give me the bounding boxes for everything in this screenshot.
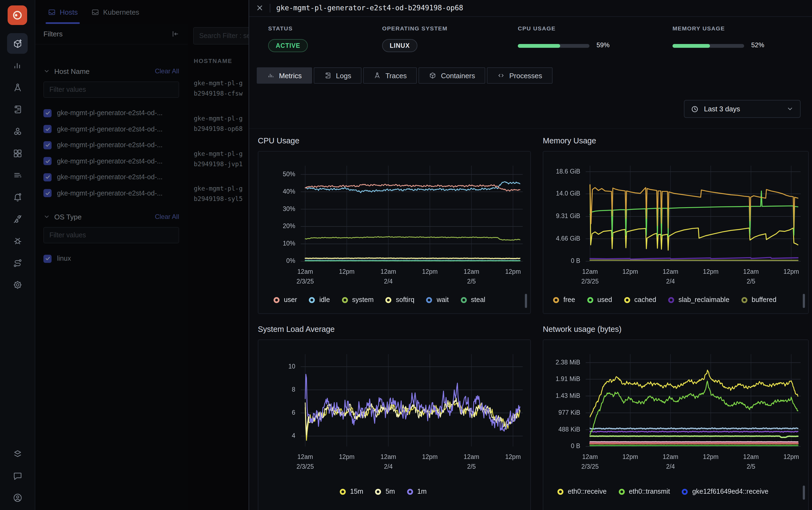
rail-item-scroll[interactable] bbox=[7, 99, 28, 119]
legend-label: gke12f61649ed4::receive bbox=[692, 488, 769, 495]
scroll-icon bbox=[324, 72, 332, 79]
legend-swatch bbox=[682, 488, 688, 494]
legend-label: user bbox=[284, 296, 297, 304]
legend-scrollbar[interactable] bbox=[525, 294, 527, 308]
legend-swatch bbox=[407, 488, 413, 494]
drawer-tab-containers[interactable]: Containers bbox=[419, 67, 485, 84]
rail-item-package-plus[interactable] bbox=[7, 33, 28, 54]
legend-item-eth0-transmit[interactable]: eth0::transmit bbox=[619, 488, 670, 495]
rail-item-plug[interactable] bbox=[7, 208, 28, 229]
rail-item-user[interactable] bbox=[7, 487, 28, 508]
legend-swatch bbox=[742, 297, 747, 303]
list-icon bbox=[12, 170, 23, 180]
rail-item-cubes[interactable] bbox=[7, 121, 28, 142]
layers-icon bbox=[12, 449, 23, 459]
legend-swatch bbox=[619, 488, 625, 494]
left-nav-rail bbox=[0, 0, 35, 510]
system-load-average-chart[interactable] bbox=[258, 340, 530, 510]
legend-item-used[interactable]: used bbox=[587, 296, 612, 304]
compass-icon bbox=[373, 72, 381, 79]
header-divider bbox=[270, 4, 270, 12]
legend-scrollbar[interactable] bbox=[803, 294, 805, 308]
drawer-tab-traces[interactable]: Traces bbox=[363, 67, 417, 84]
clock-icon bbox=[691, 105, 698, 113]
legend-item-free[interactable]: free bbox=[553, 296, 575, 304]
legend-item-idle[interactable]: idle bbox=[309, 296, 330, 304]
legend-label: 1m bbox=[417, 488, 427, 495]
drawer-tab-processes[interactable]: Processes bbox=[487, 67, 552, 84]
rail-item-layers[interactable] bbox=[7, 444, 28, 464]
legend-label: softirq bbox=[396, 296, 414, 304]
section-divider bbox=[249, 128, 812, 129]
rail-item-gear[interactable] bbox=[7, 274, 28, 295]
modal-overlay bbox=[35, 0, 249, 510]
cubes-icon bbox=[12, 126, 23, 137]
rail-item-grid[interactable] bbox=[7, 143, 28, 164]
legend-item-slab-reclaimable[interactable]: slab_reclaimable bbox=[668, 296, 729, 304]
legend-swatch bbox=[624, 297, 630, 303]
cpu-usage-chart[interactable] bbox=[258, 151, 530, 313]
legend-swatch bbox=[668, 297, 674, 303]
memory-usage-chart[interactable] bbox=[543, 151, 808, 313]
legend-item-cached[interactable]: cached bbox=[624, 296, 656, 304]
status-badge: ACTIVE bbox=[268, 39, 308, 52]
legend-item-1m[interactable]: 1m bbox=[407, 488, 427, 495]
legend-item-15m[interactable]: 15m bbox=[340, 488, 363, 495]
package-plus-icon bbox=[12, 38, 23, 49]
legend-item-buffered[interactable]: buffered bbox=[742, 296, 777, 304]
memory-usage-panel: freeusedcachedslab_reclaimablebuffered bbox=[543, 151, 809, 314]
legend-label: free bbox=[563, 296, 575, 304]
system-load-panel: 15m5m1m bbox=[258, 339, 531, 510]
legend-label: slab_reclaimable bbox=[679, 296, 729, 304]
time-range-select[interactable]: Last 3 days bbox=[684, 100, 801, 118]
signoz-logo[interactable] bbox=[8, 5, 27, 25]
legend-item-wait[interactable]: wait bbox=[426, 296, 449, 304]
legend-label: system bbox=[352, 296, 374, 304]
mem-usage-value: 52% bbox=[751, 41, 764, 49]
legend-swatch bbox=[553, 297, 559, 303]
rail-item-chat[interactable] bbox=[7, 465, 28, 486]
legend-item-5m[interactable]: 5m bbox=[375, 488, 395, 495]
rail-item-bug[interactable] bbox=[7, 230, 28, 251]
close-icon[interactable] bbox=[255, 4, 264, 12]
rail-item-compass[interactable] bbox=[7, 77, 28, 98]
legend-label: eth0::transmit bbox=[629, 488, 670, 495]
legend-swatch bbox=[460, 297, 467, 303]
rail-item-bell-dot[interactable] bbox=[7, 187, 28, 207]
os-label: OPERATING SYSTEM bbox=[382, 25, 448, 31]
legend-label: eth0::receive bbox=[568, 488, 607, 495]
drawer-tab-metrics[interactable]: Metrics bbox=[257, 67, 312, 84]
legend-swatch bbox=[426, 297, 432, 303]
legend-label: cached bbox=[634, 296, 656, 304]
rail-item-route[interactable] bbox=[7, 253, 28, 273]
drawer-tab-logs[interactable]: Logs bbox=[314, 67, 361, 84]
legend-item-user[interactable]: user bbox=[274, 296, 297, 304]
app-root: HostsKubernetes Filters Host NameClear A… bbox=[0, 0, 812, 510]
legend-item-steal[interactable]: steal bbox=[460, 296, 485, 304]
legend-label: wait bbox=[437, 296, 449, 304]
drawer-tab-label: Containers bbox=[441, 72, 475, 80]
chart-legend: useridlesystemsoftirqwaitsteal bbox=[274, 296, 485, 304]
legend-item-gke12f61649ed4-receive[interactable]: gke12f61649ed4::receive bbox=[682, 488, 769, 495]
metrics-icon bbox=[267, 72, 275, 79]
chart-legend: freeusedcachedslab_reclaimablebuffered bbox=[553, 296, 777, 304]
drawer-tab-label: Processes bbox=[509, 72, 542, 80]
rail-item-list[interactable] bbox=[7, 165, 28, 185]
cpu-usage-bar bbox=[518, 44, 590, 48]
legend-item-eth0-receive[interactable]: eth0::receive bbox=[558, 488, 607, 495]
chart-legend: 15m5m1m bbox=[340, 488, 427, 495]
bar-chart-icon bbox=[12, 60, 23, 70]
bell-dot-icon bbox=[12, 192, 23, 202]
os-badge: LINUX bbox=[382, 39, 417, 52]
legend-scrollbar[interactable] bbox=[803, 486, 805, 500]
legend-label: 15m bbox=[350, 488, 363, 495]
legend-item-softirq[interactable]: softirq bbox=[386, 296, 414, 304]
legend-item-system[interactable]: system bbox=[342, 296, 374, 304]
rail-item-bar-chart[interactable] bbox=[7, 55, 28, 76]
legend-swatch bbox=[587, 297, 593, 303]
drawer-tab-label: Traces bbox=[385, 72, 407, 80]
legend-swatch bbox=[342, 297, 348, 303]
network-usage-bytes--chart[interactable] bbox=[543, 340, 808, 510]
grid-icon bbox=[12, 148, 23, 158]
drawer-header: gke-mgmt-pl-generator-e2st4-od-b2949198-… bbox=[249, 0, 812, 17]
